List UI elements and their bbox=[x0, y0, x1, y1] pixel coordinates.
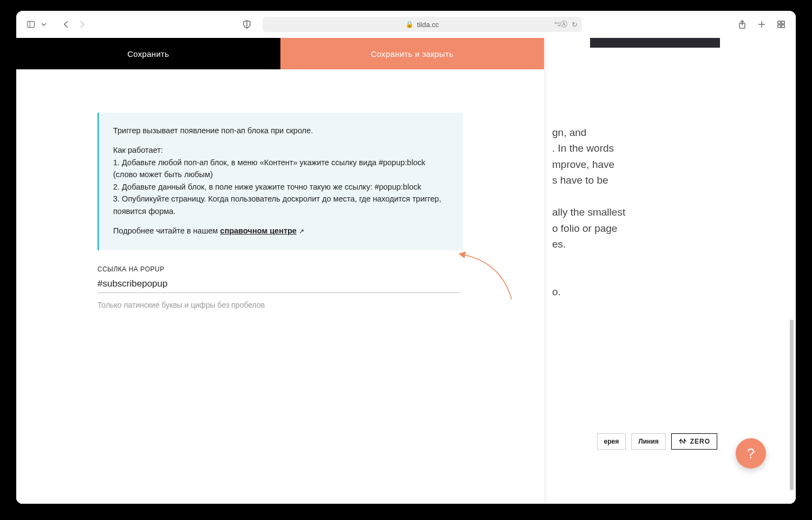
back-icon[interactable] bbox=[62, 20, 71, 29]
panel-tabs: Сохранить Сохранить и закрыть bbox=[16, 38, 544, 69]
popup-link-hint: Только латинские буквы и цифры без пробе… bbox=[97, 301, 463, 309]
sidebar-toggle-icon[interactable] bbox=[26, 20, 36, 29]
save-button[interactable]: Сохранить bbox=[16, 38, 280, 69]
address-bar[interactable]: 🔒 tilda.cc ⥃Ⓐ ↻ bbox=[263, 17, 582, 32]
zero-button[interactable]: ZERO bbox=[671, 433, 717, 450]
svg-rect-9 bbox=[778, 25, 781, 28]
block-type-buttons: ерея Линия ZERO bbox=[597, 433, 717, 450]
info-more: Подробнее читайте в нашем справочном цен… bbox=[113, 225, 449, 237]
help-center-link[interactable]: справочном центре bbox=[220, 226, 297, 235]
popup-link-input[interactable] bbox=[97, 273, 460, 293]
browser-window: 🔒 tilda.cc ⥃Ⓐ ↻ gn, and bbox=[16, 11, 796, 504]
popup-link-label: ССЫЛКА НА POPUP bbox=[97, 265, 463, 273]
settings-panel: Сохранить Сохранить и закрыть Триггер вы… bbox=[16, 38, 544, 504]
info-text: Как работает: 1. Добавьте любой поп-ап б… bbox=[113, 144, 449, 217]
save-and-close-button[interactable]: Сохранить и закрыть bbox=[280, 38, 545, 69]
help-button[interactable]: ? bbox=[736, 438, 766, 469]
svg-rect-7 bbox=[778, 21, 781, 24]
page-content: gn, and . In the words mprove, have s ha… bbox=[16, 38, 796, 504]
svg-rect-0 bbox=[28, 21, 35, 27]
browser-toolbar: 🔒 tilda.cc ⥃Ⓐ ↻ bbox=[16, 11, 796, 38]
reload-icon[interactable]: ↻ bbox=[572, 21, 578, 29]
line-button[interactable]: Линия bbox=[631, 433, 665, 450]
external-link-icon: ↗ bbox=[299, 227, 304, 235]
info-text: Триггер вызывает появление поп-ап блока … bbox=[113, 125, 449, 136]
translate-icon[interactable]: ⥃Ⓐ bbox=[554, 20, 567, 29]
background-text-fragment: gn, and . In the words mprove, have s ha… bbox=[552, 125, 720, 300]
chevron-down-icon[interactable] bbox=[41, 20, 47, 29]
gallery-button[interactable]: ерея bbox=[597, 433, 626, 450]
tabs-overview-icon[interactable] bbox=[776, 20, 786, 29]
share-icon[interactable] bbox=[737, 20, 747, 29]
scrollbar-thumb[interactable] bbox=[790, 320, 794, 490]
url-text: tilda.cc bbox=[417, 21, 438, 29]
svg-rect-10 bbox=[782, 25, 784, 28]
svg-line-11 bbox=[682, 440, 683, 443]
new-tab-icon[interactable] bbox=[757, 20, 767, 29]
svg-rect-8 bbox=[782, 21, 784, 24]
shield-icon[interactable] bbox=[242, 20, 252, 29]
lock-icon: 🔒 bbox=[405, 21, 414, 28]
forward-icon[interactable] bbox=[77, 20, 87, 29]
info-box: Триггер вызывает появление поп-ап блока … bbox=[97, 113, 463, 250]
hero-image-strip bbox=[590, 38, 720, 48]
